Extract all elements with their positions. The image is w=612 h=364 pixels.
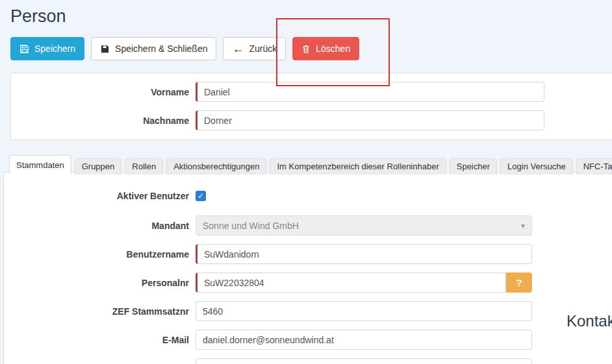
tab-kompetenzbereich[interactable]: Im Kompetenzbereich dieser Rolleninhaber [270,158,446,175]
email-label: E-Mail [4,335,189,345]
form-row-active-user: Aktiver Benutzer ✓ [4,191,612,201]
save-button[interactable]: Speichern [10,37,84,60]
nachname-label: Nachname [11,115,189,126]
form-row-benutzername: Benutzername [4,244,612,264]
benutzername-label: Benutzername [4,249,189,260]
zef-stammsatznr-label: ZEF Stammsatznr [4,306,189,317]
personalnr-input-group: ? [196,273,532,293]
email-input[interactable] [196,330,532,350]
check-icon: ✓ [198,192,204,200]
tab-speicher[interactable]: Speicher [450,158,497,175]
mandant-label: Mandant [4,221,189,231]
vorname-input[interactable] [196,82,544,102]
tab-login-versuche[interactable]: Login Versuche [500,158,573,175]
partial-input[interactable] [196,358,532,364]
form-row-nachname: Nachname [11,110,612,130]
stammdaten-panel: Aktiver Benutzer ✓ Mandant Sonne und Win… [3,172,612,364]
benutzername-input[interactable] [196,244,532,264]
save-icon [19,44,29,54]
mandant-select: Sonne und Wind GmbH ▾ [196,215,532,236]
tab-bar: Stammdaten Gruppen Rollen Aktionsberecht… [9,155,612,175]
form-row-partial [4,358,612,364]
mandant-select-value: Sonne und Wind GmbH [203,221,299,231]
trash-icon [301,44,311,54]
tab-gruppen[interactable]: Gruppen [75,158,122,175]
nachname-input[interactable] [196,110,544,130]
kontakt-heading: Kontakt [567,312,612,330]
form-row-vorname: Vorname [11,82,612,102]
chevron-down-icon: ▾ [521,221,525,230]
personalnr-input[interactable] [196,273,506,293]
personalnr-help-button[interactable]: ? [506,273,532,293]
active-user-checkbox[interactable]: ✓ [196,191,206,201]
tab-aktionsberechtigungen[interactable]: Aktionsberechtigungen [166,158,266,175]
question-icon: ? [516,277,522,288]
personalnr-label: Personalnr [4,278,189,288]
save-close-icon [100,44,110,54]
arrow-left-icon: ← [232,43,244,55]
save-close-button[interactable]: Speichern & Schließen [91,37,216,60]
zef-stammsatznr-input[interactable] [196,301,532,321]
vorname-label: Vorname [11,87,189,97]
form-row-email: E-Mail [4,330,612,350]
save-button-label: Speichern [34,43,75,54]
delete-button[interactable]: Löschen [292,37,359,60]
back-button[interactable]: ← Zurück [223,37,286,60]
person-card: Vorname Nachname [10,73,612,140]
tab-stammdaten[interactable]: Stammdaten [9,155,71,175]
tab-nfc-tags[interactable]: NFC-Tags [576,158,612,175]
form-row-zef-stammsatznr: ZEF Stammsatznr [4,301,612,321]
form-row-mandant: Mandant Sonne und Wind GmbH ▾ [4,215,612,236]
form-row-personalnr: Personalnr ? [4,273,612,293]
back-button-label: Zurück [249,43,277,54]
toolbar: Speichern Speichern & Schließen ← Zurück… [10,37,359,60]
save-close-button-label: Speichern & Schließen [115,43,207,54]
active-user-label: Aktiver Benutzer [4,191,189,201]
page-title: Person [10,6,66,27]
tab-rollen[interactable]: Rollen [125,158,163,175]
delete-button-label: Löschen [316,43,350,54]
